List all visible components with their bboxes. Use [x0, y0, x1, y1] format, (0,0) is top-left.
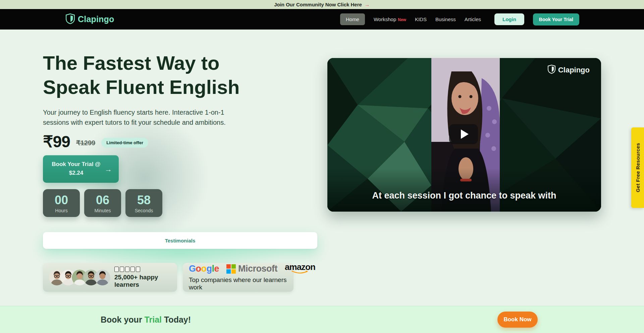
countdown-hours: 00 Hours	[43, 189, 80, 217]
nav-item-workshop[interactable]: WorkshopNew	[374, 16, 406, 22]
page: Join Our Community Now Click Here → Clap…	[0, 0, 644, 333]
nav-book-trial-button[interactable]: Book Your Trial	[533, 13, 579, 25]
book-trial-button[interactable]: Book Your Trial @ $2.24 →	[43, 155, 119, 183]
free-resources-tab[interactable]: Get Free Resources	[631, 127, 644, 208]
happy-learners-text: 25,000+ happy learners	[114, 274, 171, 288]
testimonials-tab[interactable]: Testimonials	[43, 232, 317, 249]
countdown-minutes-label: Minutes	[94, 208, 111, 213]
video-watermark: Clapingo	[548, 65, 590, 75]
shield-icon	[66, 13, 75, 25]
star-icon	[114, 267, 119, 272]
star-icon	[125, 267, 129, 272]
limited-offer-badge: Limited-time offer	[101, 138, 148, 148]
brand-logo[interactable]: Clapingo	[66, 13, 114, 25]
google-logo: Google	[189, 264, 219, 274]
book-now-button[interactable]: Book Now	[497, 312, 538, 328]
price-current: ₹99	[43, 132, 70, 151]
video-caption-gradient	[327, 168, 601, 212]
countdown-timer: 00 Hours 06 Minutes 58 Seconds	[43, 189, 162, 217]
nav-item-home[interactable]: Home	[340, 13, 365, 25]
countdown-hours-value: 00	[55, 193, 68, 207]
countdown-seconds-value: 58	[137, 193, 151, 207]
play-icon	[461, 129, 469, 139]
bottom-cta-text: Book your Trial Today!	[101, 315, 191, 325]
arrow-right-icon: →	[365, 2, 370, 8]
nav-item-articles[interactable]: Articles	[465, 16, 481, 22]
brand-name: Clapingo	[78, 14, 114, 24]
play-button[interactable]	[449, 124, 478, 144]
arrow-right-icon: →	[105, 165, 112, 174]
star-icon	[136, 267, 140, 272]
login-button[interactable]: Login	[494, 13, 524, 25]
amazon-smile-icon	[290, 270, 310, 274]
top-companies-card: Google Microsoft amazon Top companies wh…	[183, 263, 293, 292]
bottom-cta-bar: Book your Trial Today! Book Now	[0, 306, 644, 333]
countdown-seconds-label: Seconds	[135, 208, 153, 213]
community-banner[interactable]: Join Our Community Now Click Here →	[0, 0, 644, 9]
star-rating	[114, 267, 171, 272]
free-resources-label: Get Free Resources	[635, 143, 641, 192]
countdown-minutes: 06 Minutes	[84, 189, 121, 217]
video-watermark-text: Clapingo	[558, 66, 590, 74]
community-banner-text: Join Our Community Now Click Here	[274, 2, 362, 7]
amazon-logo: amazon	[285, 264, 315, 275]
happy-learners-card: 25,000+ happy learners	[43, 263, 177, 292]
video-caption: At each session I got chance to speak wi…	[327, 190, 601, 201]
star-icon	[130, 267, 135, 272]
microsoft-squares-icon	[226, 264, 236, 274]
page-title: The Fastest Way to Speak Fluent English	[43, 51, 284, 99]
learner-avatars	[49, 270, 110, 285]
top-companies-text: Top companies where our learners work	[189, 276, 287, 291]
hero-subtitle: Your journey to English fluency starts h…	[43, 107, 248, 127]
countdown-hours-label: Hours	[55, 208, 67, 213]
shield-icon	[548, 65, 555, 75]
hero-video-player[interactable]: Clapingo At each session I got chance to…	[327, 58, 601, 212]
microsoft-logo: Microsoft	[226, 264, 277, 274]
countdown-minutes-value: 06	[96, 193, 109, 207]
price-row: ₹99 ₹1299 Limited-time offer	[43, 132, 148, 151]
book-trial-label: Book Your Trial @ $2.24	[51, 160, 101, 178]
new-badge: New	[398, 17, 406, 22]
star-icon	[120, 267, 124, 272]
nav-links: Home WorkshopNew KIDS Business Articles …	[340, 13, 579, 25]
countdown-seconds: 58 Seconds	[125, 189, 162, 217]
trial-highlight: Trial	[145, 315, 162, 324]
nav-item-business[interactable]: Business	[435, 16, 456, 22]
nav-item-kids[interactable]: KIDS	[415, 16, 427, 22]
price-old: ₹1299	[76, 139, 95, 147]
navbar: Clapingo Home WorkshopNew KIDS Business …	[0, 9, 644, 30]
